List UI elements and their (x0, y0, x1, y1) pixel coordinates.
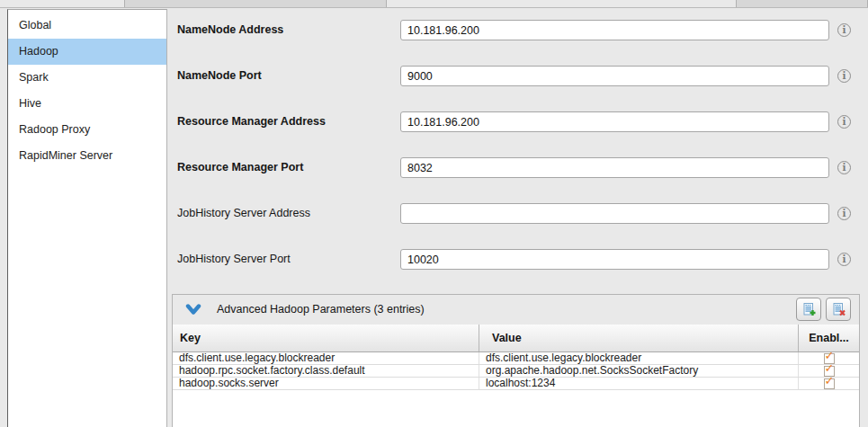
param-key-cell[interactable]: dfs.client.use.legacy.blockreader (173, 352, 479, 364)
add-entry-icon (801, 302, 817, 317)
settings-category-list: Global Hadoop Spark Hive Radoop Proxy Ra… (7, 9, 167, 427)
table-header-row: Key Value Enabl... (173, 325, 859, 352)
param-enabled-cell: ✓ (799, 352, 859, 364)
resource-manager-port-label: Resource Manager Port (177, 157, 303, 178)
sidebar-item-hadoop[interactable]: Hadoop (8, 39, 166, 65)
info-icon[interactable]: i (837, 253, 851, 266)
info-icon[interactable]: i (837, 207, 851, 220)
column-header-value[interactable]: Value (479, 325, 799, 351)
namenode-port-input[interactable] (400, 66, 829, 86)
hadoop-settings-form: NameNode Address i NameNode Port i Resou… (168, 9, 868, 427)
table-row[interactable]: hadoop.socks.server localhost:1234 ✓ (173, 378, 859, 390)
jobhistory-server-address-label: JobHistory Server Address (177, 203, 310, 224)
enabled-checkbox[interactable]: ✓ (824, 353, 835, 364)
table-row[interactable]: hadoop.rpc.socket.factory.class.default … (173, 365, 859, 378)
sidebar-item-rapidminer-server[interactable]: RapidMiner Server (8, 143, 166, 169)
advanced-section-header: Advanced Hadoop Parameters (3 entries) (173, 295, 859, 325)
namenode-address-input[interactable] (400, 20, 829, 40)
namenode-port-label: NameNode Port (177, 66, 262, 86)
resource-manager-address-label: Resource Manager Address (177, 111, 326, 132)
sidebar-item-hive[interactable]: Hive (8, 91, 166, 117)
remove-entry-icon (831, 302, 846, 317)
jobhistory-server-port-input[interactable] (400, 249, 829, 270)
remove-parameter-button[interactable] (826, 298, 851, 321)
table-row[interactable]: dfs.client.use.legacy.blockreader dfs.cl… (173, 352, 859, 365)
sidebar-item-spark[interactable]: Spark (8, 65, 166, 91)
column-header-enabled[interactable]: Enabl... (799, 325, 859, 351)
cropped-field-remnant (736, 0, 868, 7)
resource-manager-port-input[interactable] (400, 157, 829, 178)
check-icon: ✓ (825, 365, 835, 374)
param-key-cell[interactable]: hadoop.rpc.socket.factory.class.default (173, 365, 479, 377)
add-parameter-button[interactable] (796, 298, 821, 321)
enabled-checkbox[interactable]: ✓ (824, 378, 835, 389)
advanced-section-title: Advanced Hadoop Parameters (3 entries) (217, 295, 425, 325)
param-enabled-cell: ✓ (799, 378, 859, 389)
chevron-down-icon[interactable] (185, 304, 201, 316)
jobhistory-server-address-input[interactable] (400, 203, 829, 224)
info-icon[interactable]: i (837, 69, 851, 83)
sidebar-item-radoop-proxy[interactable]: Radoop Proxy (8, 117, 166, 143)
param-value-cell[interactable]: dfs.client.use.legacy.blockreader (479, 352, 799, 364)
namenode-address-label: NameNode Address (177, 20, 283, 40)
field-row: Resource Manager Port i (168, 157, 868, 178)
cropped-field-remnant (124, 0, 387, 7)
param-value-cell[interactable]: localhost:1234 (479, 378, 799, 389)
jobhistory-server-port-label: JobHistory Server Port (177, 249, 291, 270)
field-row: Resource Manager Address i (168, 111, 868, 132)
check-icon: ✓ (825, 378, 835, 387)
info-icon[interactable]: i (837, 161, 851, 174)
top-divider (0, 7, 868, 8)
advanced-hadoop-parameters-section: Advanced Hadoop Parameters (3 entries) (172, 294, 860, 427)
sidebar-item-global[interactable]: Global (8, 13, 166, 39)
param-value-cell[interactable]: org.apache.hadoop.net.SocksSocketFactory (479, 365, 799, 377)
connection-settings-panel: Global Hadoop Spark Hive Radoop Proxy Ra… (0, 0, 868, 427)
field-row: NameNode Address i (168, 20, 868, 40)
enabled-checkbox[interactable]: ✓ (824, 366, 835, 377)
param-key-cell[interactable]: hadoop.socks.server (173, 378, 479, 389)
info-icon[interactable]: i (837, 23, 851, 37)
field-row: JobHistory Server Address i (168, 203, 868, 224)
parameters-table: Key Value Enabl... dfs.client.use.legacy… (173, 325, 859, 427)
field-row: JobHistory Server Port i (168, 249, 868, 270)
info-icon[interactable]: i (837, 115, 851, 129)
column-header-key[interactable]: Key (173, 325, 479, 351)
resource-manager-address-input[interactable] (400, 111, 829, 132)
param-enabled-cell: ✓ (799, 365, 859, 377)
field-row: NameNode Port i (168, 66, 868, 86)
check-icon: ✓ (825, 352, 835, 361)
